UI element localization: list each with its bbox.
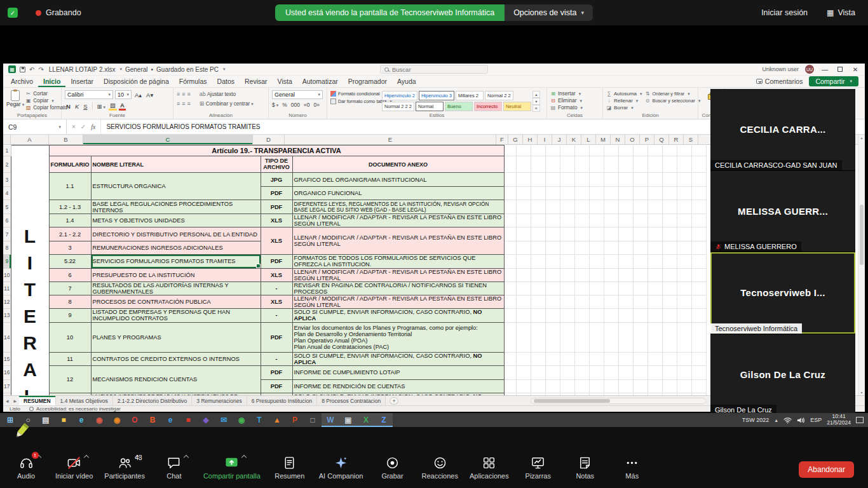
cell[interactable] (618, 255, 633, 268)
cell[interactable] (618, 379, 633, 393)
save-icon[interactable] (20, 67, 25, 72)
insert-cells-button[interactable]: ⊞Insertar▾ (550, 91, 599, 97)
share-button[interactable]: Compartir ▾ (809, 76, 858, 86)
cell[interactable] (677, 295, 691, 308)
cell[interactable] (604, 365, 618, 379)
currency-button[interactable]: $▾ (272, 102, 278, 108)
font-name-select[interactable]: Calibri▾ (65, 90, 113, 99)
cell[interactable] (604, 308, 618, 322)
cell[interactable] (574, 227, 589, 241)
cell[interactable] (574, 268, 589, 281)
cell[interactable] (604, 200, 618, 214)
chevron-up-icon[interactable] (184, 455, 189, 460)
taskbar-chrome-icon[interactable]: ◉ (90, 413, 108, 427)
taskbar-zoom-icon[interactable]: Z (375, 413, 393, 427)
cell[interactable] (662, 295, 677, 308)
cell-C16[interactable]: MECANISMOS RENDICION CUENTAS (91, 365, 261, 393)
column-header-R[interactable]: R (669, 135, 684, 144)
cell[interactable] (574, 241, 589, 255)
taskbar-app-green-icon[interactable]: ◉ (233, 413, 250, 427)
cell[interactable] (677, 214, 691, 227)
cell[interactable] (618, 200, 633, 214)
cell-C6[interactable]: METAS Y OBJETIVOS UNIDADES (91, 214, 261, 227)
cell-C15[interactable]: CONTRATOS DE CREDITO EXTERNOS O INTERNOS (91, 352, 261, 365)
number-format-select[interactable]: General▾ (272, 90, 323, 99)
autosum-button[interactable]: ∑Autosuma▾ (606, 91, 642, 97)
participant-tile-4[interactable]: Gilson De La CruzGilson De La Cruz (710, 334, 855, 416)
vertical-scrollbar-thumb[interactable] (860, 205, 864, 265)
cell[interactable] (648, 255, 662, 268)
cell-D10[interactable]: XLS (261, 268, 292, 281)
sheet-tab-8-procesos-contratacion[interactable]: 8 Procesos Contratacion (317, 396, 386, 405)
cell[interactable] (516, 379, 531, 393)
cell[interactable] (531, 255, 545, 268)
cell[interactable] (545, 268, 560, 281)
cell[interactable] (589, 187, 604, 200)
cell[interactable] (648, 146, 662, 156)
toolbar-record-button[interactable]: Grabar (375, 455, 410, 480)
cell[interactable] (604, 295, 618, 308)
cell[interactable] (677, 268, 691, 281)
cell-D13[interactable]: - (261, 308, 292, 322)
fill-button[interactable]: ↓Rellenar▾ (606, 98, 642, 104)
undo-icon[interactable]: ↶ (29, 66, 34, 73)
cell[interactable] (677, 156, 691, 173)
cell[interactable] (662, 281, 677, 295)
cell[interactable] (618, 187, 633, 200)
cell[interactable] (662, 214, 677, 227)
find-select-button[interactable]: ⊙Buscar y seleccionar▾ (645, 98, 701, 104)
cell-D12[interactable]: XLS (261, 295, 292, 308)
cell[interactable] (691, 187, 706, 200)
toolbar-reactions-button[interactable]: Reacciones (422, 455, 458, 480)
cell[interactable] (560, 187, 574, 200)
cell[interactable] (618, 365, 633, 379)
cell-E16[interactable]: INFORME DE CUMPLIMIENTO LOTAIP (292, 365, 504, 379)
scroll-down-icon[interactable]: ▾ (858, 390, 865, 395)
grow-font-button[interactable]: A▴ (133, 92, 143, 98)
wrap-text-button[interactable]: ab Ajustar texto (200, 91, 236, 97)
cell[interactable] (677, 187, 691, 200)
sheet-tab-resumen[interactable]: RESUMEN (19, 396, 56, 405)
cell[interactable] (531, 200, 545, 214)
cell[interactable] (504, 255, 516, 268)
cell[interactable] (560, 352, 574, 365)
cell-E10[interactable]: LLENAR / MODIFICAR / ADAPTAR - REVISAR L… (292, 268, 504, 281)
align-bottom-icon[interactable]: ≡ (187, 91, 191, 97)
cell[interactable] (560, 308, 574, 322)
cell[interactable] (633, 214, 648, 227)
cell-E9[interactable]: FORMATOS DE TODOS LOS FORMULARIOS DE SER… (292, 255, 504, 268)
cell-D17[interactable]: PDF (261, 379, 292, 393)
cell[interactable] (662, 308, 677, 322)
cell[interactable] (618, 352, 633, 365)
toolbar-more-button[interactable]: Más (614, 455, 650, 480)
cell-B6[interactable]: 1.4 (49, 214, 91, 227)
gallery-expand-icon[interactable]: ≡ (532, 105, 540, 112)
cell-E6[interactable]: LLENAR / MODIFICAR / ADAPTAR - REVISAR L… (292, 214, 504, 227)
cell-C11[interactable]: RESULTADOS DE LAS AUDITORÍAS INTERNAS Y … (91, 281, 261, 295)
cell[interactable] (604, 146, 618, 156)
sign-in-button[interactable]: Iniciar sesión (761, 8, 808, 17)
cell[interactable] (648, 227, 662, 241)
row-header-6[interactable]: 6 (3, 214, 11, 227)
cell[interactable] (545, 295, 560, 308)
merge-center-button[interactable]: ⊞ Combinar y centrar▾ (200, 100, 254, 107)
cell[interactable] (574, 255, 589, 268)
cell[interactable] (691, 322, 706, 352)
cell-E11[interactable]: REVISAR EN PAGINA DE CONTRALORIA / NOTIF… (292, 281, 504, 295)
cell[interactable] (633, 379, 648, 393)
volume-icon[interactable] (797, 417, 805, 424)
cell-B11[interactable]: 7 (49, 281, 91, 295)
row-header-2[interactable]: 2 (3, 156, 11, 173)
cell[interactable] (677, 322, 691, 352)
cell[interactable] (545, 187, 560, 200)
row-header-17[interactable]: 17 (3, 379, 11, 393)
cell[interactable] (633, 146, 648, 156)
cell[interactable] (516, 365, 531, 379)
cell[interactable] (648, 295, 662, 308)
cell[interactable] (504, 308, 516, 322)
cell[interactable] (545, 255, 560, 268)
insert-function-icon[interactable]: fx (91, 123, 95, 130)
cell[interactable] (662, 156, 677, 173)
cell[interactable] (648, 173, 662, 187)
select-all-corner[interactable] (3, 135, 11, 144)
